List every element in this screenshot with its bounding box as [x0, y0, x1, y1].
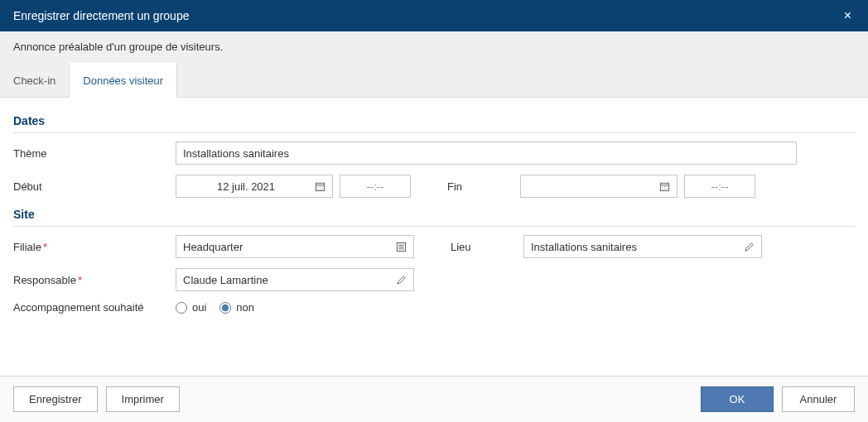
start-date-value: 12 juil. 2021 — [183, 180, 309, 193]
theme-input[interactable]: Installations sanitaires — [176, 141, 797, 165]
start-time-value: --:-- — [367, 180, 384, 193]
svg-point-15 — [666, 188, 667, 189]
accomp-oui-option[interactable]: oui — [176, 301, 206, 314]
start-group: 12 juil. 2021 --:-- — [176, 175, 411, 198]
section-dates-title: Dates — [13, 114, 855, 127]
responsable-picker[interactable]: Claude Lamartine — [176, 268, 414, 291]
end-time-value: --:-- — [711, 180, 729, 193]
theme-value: Installations sanitaires — [183, 147, 289, 160]
dialog-subtitle: Annonce préalable d'un groupe de visiteu… — [0, 31, 868, 62]
filiale-label: Filiale* — [13, 241, 162, 253]
svg-point-14 — [663, 188, 664, 189]
pencil-icon[interactable] — [743, 241, 755, 252]
imprimer-button[interactable]: Imprimer — [106, 386, 180, 412]
svg-point-7 — [321, 188, 322, 189]
accomp-non-label: non — [236, 301, 254, 314]
lieu-label: Lieu — [427, 241, 510, 253]
svg-point-5 — [317, 188, 318, 189]
row-responsable: Responsable* Claude Lamartine — [13, 268, 855, 291]
required-asterisk: * — [43, 241, 47, 253]
theme-label: Thème — [13, 147, 162, 160]
filiale-value: Headquarter — [183, 241, 390, 253]
radio-oui[interactable] — [176, 302, 187, 314]
filiale-picker[interactable]: Headquarter — [176, 235, 414, 258]
enregistrer-button[interactable]: Enregistrer — [13, 386, 98, 412]
svg-point-4 — [321, 185, 322, 186]
tab-check-in[interactable]: Check-in — [0, 63, 69, 98]
radio-non[interactable] — [219, 302, 231, 314]
pencil-icon[interactable] — [395, 274, 407, 285]
svg-point-3 — [319, 185, 320, 186]
responsable-label-text: Responsable — [13, 274, 76, 286]
accomp-non-option[interactable]: non — [219, 301, 254, 314]
start-label: Début — [13, 180, 162, 193]
end-time-input[interactable]: --:-- — [684, 175, 755, 198]
list-icon[interactable] — [395, 241, 407, 252]
lieu-value: Installations sanitaires — [531, 241, 738, 253]
svg-point-2 — [317, 185, 318, 186]
tab-bar: Check-in Données visiteur — [0, 62, 868, 98]
dialog-header: Enregistrer directement un groupe × — [0, 0, 868, 31]
row-dates: Début 12 juil. 2021 --:-- Fin — [13, 175, 855, 198]
responsable-label: Responsable* — [13, 274, 162, 286]
end-label: Fin — [424, 180, 507, 193]
start-date-input[interactable]: 12 juil. 2021 — [176, 175, 333, 198]
dialog-title: Enregistrer directement un groupe — [13, 9, 189, 22]
svg-point-6 — [319, 188, 320, 189]
svg-point-13 — [662, 188, 663, 189]
svg-point-11 — [663, 185, 664, 186]
footer-left: Enregistrer Imprimer — [13, 386, 180, 412]
filiale-label-text: Filiale — [13, 241, 41, 253]
start-time-input[interactable]: --:-- — [340, 175, 411, 198]
ok-button[interactable]: OK — [701, 386, 774, 412]
section-site-body: Filiale* Headquarter Lieu Installations … — [13, 226, 855, 314]
end-group: --:-- — [520, 175, 755, 198]
accomp-label: Accompagnement souhaité — [13, 301, 162, 314]
section-dates-body: Thème Installations sanitaires Début 12 … — [13, 132, 855, 198]
calendar-icon[interactable] — [314, 180, 326, 192]
calendar-icon[interactable] — [658, 180, 670, 192]
footer-right: OK Annuler — [701, 386, 855, 412]
dialog-footer: Enregistrer Imprimer OK Annuler — [0, 376, 868, 422]
responsable-value: Claude Lamartine — [183, 274, 390, 286]
lieu-picker[interactable]: Installations sanitaires — [523, 235, 762, 258]
svg-point-12 — [666, 185, 667, 186]
svg-point-10 — [662, 185, 663, 186]
row-filiale-lieu: Filiale* Headquarter Lieu Installations … — [13, 235, 855, 258]
row-accompagnement: Accompagnement souhaité oui non — [13, 301, 855, 314]
section-site-title: Site — [13, 208, 855, 221]
accomp-radio-group: oui non — [176, 301, 254, 314]
tab-donnees-visiteur[interactable]: Données visiteur — [69, 63, 177, 98]
close-icon[interactable]: × — [841, 9, 855, 22]
form-content: Dates Thème Installations sanitaires Déb… — [0, 98, 868, 376]
row-theme: Thème Installations sanitaires — [13, 141, 855, 165]
end-date-input[interactable] — [520, 175, 678, 198]
annuler-button[interactable]: Annuler — [782, 386, 855, 412]
accomp-oui-label: oui — [192, 301, 206, 314]
required-asterisk: * — [78, 274, 82, 286]
